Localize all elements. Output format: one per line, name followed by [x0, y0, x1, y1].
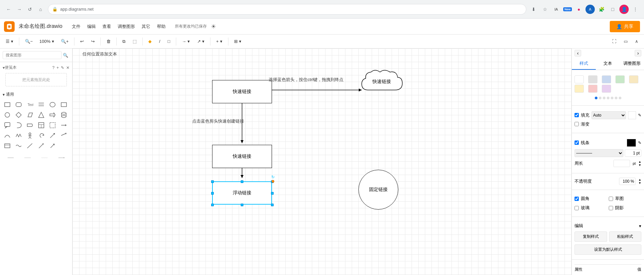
- dot-5[interactable]: [611, 97, 613, 99]
- forward-button[interactable]: →: [15, 5, 24, 14]
- line-color-picker[interactable]: [627, 139, 636, 147]
- address-bar[interactable]: 🔒 app.diagrams.net: [48, 4, 526, 15]
- redo-btn[interactable]: ↪: [88, 37, 98, 46]
- panel-nav-left[interactable]: ‹: [575, 50, 581, 56]
- box2[interactable]: 快速链接: [212, 145, 272, 168]
- back-button[interactable]: ←: [4, 5, 13, 14]
- download-btn[interactable]: ⬇: [529, 5, 538, 14]
- shape-process[interactable]: [25, 121, 35, 130]
- shape-rect3[interactable]: [3, 141, 12, 150]
- zoom-in-btn[interactable]: 🔍+: [58, 37, 72, 46]
- copy-btn[interactable]: ⧉: [119, 37, 128, 46]
- shape-circle[interactable]: [3, 110, 12, 120]
- fullscreen-btn[interactable]: ⛶: [609, 37, 619, 46]
- shape-zigzag[interactable]: [14, 131, 23, 140]
- share-button[interactable]: 👤 共享: [610, 21, 640, 32]
- shape-btn[interactable]: □: [165, 37, 173, 46]
- dot-1[interactable]: [595, 97, 597, 99]
- scratchpad-edit-icon[interactable]: ✎: [61, 65, 64, 70]
- scratchpad-drop-area[interactable]: 把元素拖至此处: [5, 73, 67, 86]
- scratchpad-hint-icon[interactable]: ?: [52, 65, 55, 70]
- paste-style-btn[interactable]: 粘贴样式: [609, 231, 642, 242]
- connector-btn[interactable]: → ▾: [179, 37, 193, 46]
- line-arrow-end[interactable]: [54, 153, 69, 162]
- shape-callout[interactable]: [3, 121, 12, 130]
- shape-parallelogram[interactable]: [25, 110, 35, 120]
- scratchpad-close-icon[interactable]: ✕: [66, 65, 69, 70]
- fill-color-picker[interactable]: [628, 111, 636, 119]
- set-default-btn[interactable]: 设置为默认样式: [575, 244, 641, 255]
- box1[interactable]: 快速链接: [212, 80, 272, 103]
- swatch-gray[interactable]: [588, 75, 597, 83]
- handle-mr[interactable]: [271, 192, 274, 195]
- edit-chevron-icon[interactable]: ▾: [639, 224, 641, 229]
- swatch-blue[interactable]: [602, 75, 611, 83]
- line-edit-icon[interactable]: ✎: [638, 140, 641, 145]
- shape-squiggle[interactable]: [14, 141, 23, 150]
- line-pt-input[interactable]: [625, 149, 641, 157]
- home-button[interactable]: ⌂: [36, 5, 45, 14]
- shape-bracket[interactable]: [14, 121, 23, 130]
- shape-right-arrow[interactable]: [48, 110, 57, 120]
- bookmark-btn[interactable]: ☆: [540, 5, 550, 14]
- collapse-btn[interactable]: ∧: [632, 37, 641, 46]
- swatch-yellow[interactable]: [629, 75, 638, 83]
- shape-connector[interactable]: [59, 121, 68, 130]
- panel-nav-right[interactable]: ›: [635, 50, 641, 56]
- circle-shape[interactable]: 固定链接: [358, 170, 398, 210]
- user-btn[interactable]: A: [585, 5, 595, 14]
- shape-diamond[interactable]: [14, 110, 23, 120]
- shape-loop[interactable]: [48, 121, 57, 130]
- line-style-select[interactable]: ————: [575, 149, 623, 157]
- cloud-shape[interactable]: 快速链接: [358, 67, 405, 97]
- shape-curved-arrow[interactable]: [37, 131, 46, 140]
- swatch-white[interactable]: [575, 75, 584, 83]
- shape-text[interactable]: Text: [25, 100, 35, 109]
- handle-br[interactable]: [271, 204, 274, 206]
- zoom-out-btn[interactable]: 🔍−: [22, 37, 36, 46]
- panel-toggle-btn[interactable]: ☰ ▾: [3, 37, 16, 46]
- opacity-down[interactable]: ▼: [638, 181, 641, 185]
- add-btn[interactable]: + ▾: [213, 37, 225, 46]
- line-dotted[interactable]: [37, 153, 53, 162]
- fill-auto-select[interactable]: Auto: [591, 111, 626, 119]
- canvas-area[interactable]: 任何位置添加文本 快速链接 选择蓝色箭头，按住ctrl键，拖拽到终点 快速链接 …: [72, 48, 572, 275]
- gradient-checkbox[interactable]: [575, 122, 579, 126]
- search-input[interactable]: [3, 51, 62, 59]
- swatch-purple[interactable]: [602, 85, 611, 93]
- perimeter-down[interactable]: ▼: [638, 163, 641, 167]
- menu-extras[interactable]: 其它: [139, 22, 153, 31]
- handle-tl[interactable]: [211, 180, 214, 183]
- menu-file[interactable]: 文件: [69, 22, 83, 31]
- more-options-btn[interactable]: ⋮: [631, 5, 640, 14]
- scratchpad-header[interactable]: ▾ 便笺本 ? + ✎ ✕: [3, 63, 69, 72]
- shape-triangle[interactable]: [37, 110, 46, 120]
- shape-table[interactable]: [37, 121, 46, 130]
- opacity-input[interactable]: [619, 178, 636, 185]
- shape-up-arrow[interactable]: [48, 141, 57, 150]
- panel-right-btn[interactable]: ▭: [621, 37, 631, 46]
- handle-bl[interactable]: [211, 204, 214, 206]
- shape-curved-line[interactable]: [37, 141, 46, 150]
- waypoint-btn[interactable]: ↗ ▾: [194, 37, 207, 46]
- swatch-green[interactable]: [615, 75, 625, 83]
- copy-style-btn[interactable]: 复制样式: [575, 231, 607, 242]
- handle-rotate[interactable]: ↻: [271, 175, 275, 179]
- dot-2[interactable]: [599, 97, 601, 99]
- new-extension-btn[interactable]: New: [563, 5, 572, 14]
- handle-bc[interactable]: [241, 204, 243, 206]
- box3[interactable]: 浮动链接: [212, 181, 272, 205]
- puzzle-btn[interactable]: 🧩: [597, 5, 606, 14]
- shape-diagonal-arrow[interactable]: [48, 131, 57, 140]
- general-shapes-header[interactable]: ▾ 通用: [3, 90, 69, 99]
- line-color-btn[interactable]: /: [156, 37, 163, 46]
- opacity-up[interactable]: ▲: [638, 178, 641, 181]
- menu-view[interactable]: 查看: [100, 22, 114, 31]
- menu-edit[interactable]: 编辑: [84, 22, 98, 31]
- swatch-lightyellow[interactable]: [575, 85, 584, 93]
- shape-cylinder[interactable]: [59, 110, 68, 120]
- dot-7[interactable]: [619, 97, 621, 99]
- tab-style[interactable]: 样式: [572, 58, 596, 70]
- undo-btn[interactable]: ↩: [77, 37, 87, 46]
- shape-double-arrow[interactable]: [59, 131, 68, 140]
